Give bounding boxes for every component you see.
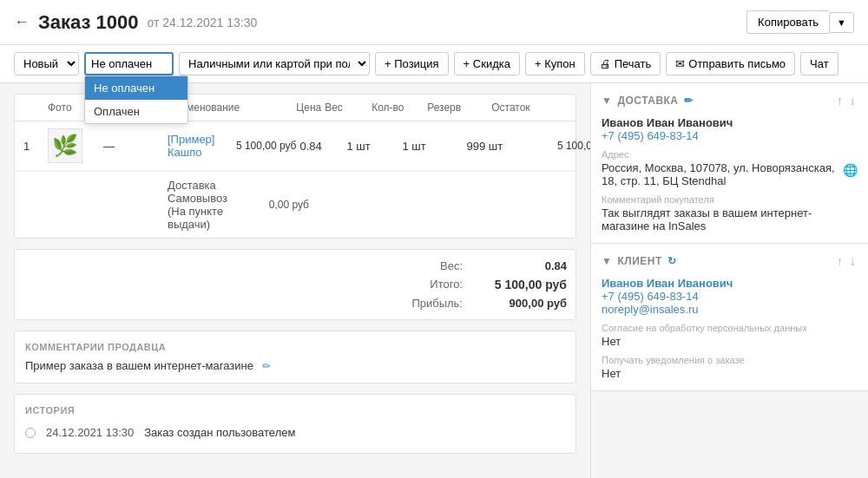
toolbar: Новый Не оплачен Оплачен Не оплачен Опла… bbox=[0, 45, 868, 83]
profit-value: 900,00 руб bbox=[480, 297, 567, 310]
client-name[interactable]: Иванов Иван Иванович bbox=[602, 277, 858, 290]
history-section: ИСТОРИЯ 24.12.2021 13:30 Заказ создан по… bbox=[14, 394, 576, 454]
row-num: 1 bbox=[23, 140, 44, 153]
consent-value: Нет bbox=[602, 335, 858, 348]
client-section-up[interactable]: ↑ bbox=[835, 254, 845, 268]
history-date: 24.12.2021 13:30 bbox=[46, 426, 134, 439]
consent-label: Согласие на обработку персональных данны… bbox=[602, 323, 858, 333]
col-stock: Остаток bbox=[491, 101, 552, 114]
seller-comments-section: КОММЕНТАРИИ ПРОДАВЦА Пример заказа в ваш… bbox=[14, 331, 576, 383]
product-link[interactable]: [Пример] Кашпо bbox=[168, 133, 214, 159]
history-title: ИСТОРИЯ bbox=[25, 405, 565, 416]
send-email-button[interactable]: ✉ Отправить письмо bbox=[666, 52, 795, 75]
seller-comments-text: Пример заказа в вашем интернет-магазине … bbox=[25, 359, 565, 372]
copy-button-group: Копировать ▼ bbox=[746, 10, 854, 34]
client-section-down[interactable]: ↓ bbox=[848, 254, 858, 268]
total-row: Итого: 5 100,00 руб bbox=[23, 275, 567, 294]
flower-icon: 🌿 bbox=[52, 134, 78, 158]
payment-option-paid[interactable]: Оплачен bbox=[85, 100, 187, 123]
refresh-client-icon[interactable]: ↻ bbox=[667, 255, 677, 267]
history-status-icon bbox=[25, 428, 36, 438]
client-title-label: ▼ bbox=[602, 255, 612, 267]
history-text: Заказ создан пользователем bbox=[144, 426, 295, 439]
main-content: Фото Артикул Наименование Цена Вес Кол-в… bbox=[0, 83, 868, 478]
weight-label: Вес: bbox=[440, 259, 463, 272]
page-date: от 24.12.2021 13:30 bbox=[148, 16, 258, 29]
back-button[interactable]: ← bbox=[14, 13, 30, 31]
row-weight: 0.84 bbox=[299, 140, 343, 153]
buyer-comment-value: Так выглядят заказы в вашем интернет-маг… bbox=[602, 206, 858, 232]
product-image: 🌿 bbox=[48, 128, 82, 163]
delivery-section: ▼ ДОСТАВКА ✏ ↑ ↓ Иванов Иван Иванович +7… bbox=[591, 83, 868, 244]
address-label: Адрес bbox=[602, 149, 858, 160]
address-row: Россия, Москва, 107078, ул. Новорязанска… bbox=[602, 161, 858, 187]
client-section-controls: ↑ ↓ bbox=[835, 254, 858, 268]
add-coupon-button[interactable]: + Купон bbox=[525, 52, 585, 75]
delivery-customer-name: Иванов Иван Иванович bbox=[602, 116, 858, 129]
row-stock: 999 шт bbox=[466, 140, 527, 153]
delivery-method: Самовывоз (На пункте выдачи) bbox=[168, 192, 227, 231]
col-weight: Вес bbox=[325, 101, 368, 114]
delivery-customer-phone: +7 (495) 649-83-14 bbox=[602, 129, 858, 142]
client-section: ▼ КЛИЕНТ ↻ ↑ ↓ Иванов Иван Иванович +7 (… bbox=[591, 244, 868, 391]
row-qty: 1 шт bbox=[346, 140, 398, 153]
delivery-info: Доставка Самовывоз (На пункте выдачи) bbox=[168, 179, 227, 231]
col-reserve: Резерв bbox=[427, 101, 488, 114]
delivery-label: Доставка bbox=[168, 179, 216, 192]
edit-comment-icon[interactable]: ✏ bbox=[262, 360, 271, 372]
col-total: Сумма bbox=[556, 101, 590, 114]
notify-label: Получать уведомления о заказе bbox=[602, 355, 858, 365]
delivery-row: Доставка Самовывоз (На пункте выдачи) 0,… bbox=[15, 171, 575, 238]
order-page: ← Заказ 1000 от 24.12.2021 13:30 Копиров… bbox=[0, 0, 868, 478]
table-row: 1 🌿 — [Пример] Кашпо 5 100,00 руб 0.84 1… bbox=[15, 121, 575, 171]
delivery-section-controls: ↑ ↓ bbox=[835, 94, 858, 108]
left-panel: Фото Артикул Наименование Цена Вес Кол-в… bbox=[0, 83, 590, 478]
row-price: 5 100,00 руб bbox=[218, 140, 296, 152]
payment-status-dropdown: Не оплачен Оплачен Не оплачен Оплачен bbox=[84, 52, 174, 75]
notify-value: Нет bbox=[602, 367, 858, 380]
page-title: Заказ 1000 bbox=[38, 11, 139, 34]
delivery-total: 0,00 руб bbox=[543, 199, 590, 211]
add-position-button[interactable]: + Позиция bbox=[375, 52, 449, 75]
history-item: 24.12.2021 13:30 Заказ создан пользовате… bbox=[25, 422, 565, 442]
weight-row: Вес: 0.84 bbox=[23, 257, 567, 275]
address-value: Россия, Москва, 107078, ул. Новорязанска… bbox=[602, 161, 843, 187]
delivery-section-title: ▼ ДОСТАВКА ✏ bbox=[602, 95, 693, 107]
edit-delivery-section-icon[interactable]: ✏ bbox=[684, 95, 694, 107]
weight-value: 0.84 bbox=[480, 259, 567, 272]
profit-label: Прибыль: bbox=[411, 297, 463, 310]
totals-section: Вес: 0.84 Итого: 5 100,00 руб Прибыль: 9… bbox=[14, 249, 576, 320]
payment-option-not-paid[interactable]: Не оплачен bbox=[85, 76, 187, 100]
chat-button[interactable]: Чат bbox=[800, 52, 838, 75]
copy-dropdown-arrow[interactable]: ▼ bbox=[829, 12, 854, 33]
client-section-header: ▼ КЛИЕНТ ↻ ↑ ↓ bbox=[602, 254, 858, 268]
client-email[interactable]: noreply@insales.ru bbox=[602, 303, 858, 316]
col-qty: Кол-во bbox=[372, 101, 424, 114]
globe-icon[interactable]: 🌐 bbox=[843, 163, 858, 177]
delivery-section-down[interactable]: ↓ bbox=[848, 94, 858, 108]
payment-method-select[interactable]: Наличными или картой при получении bbox=[179, 52, 370, 75]
seller-comments-title: КОММЕНТАРИИ ПРОДАВЦА bbox=[25, 342, 565, 352]
row-reserve: 1 шт bbox=[402, 140, 463, 153]
header-left: ← Заказ 1000 от 24.12.2021 13:30 bbox=[14, 11, 257, 34]
right-panel: ▼ ДОСТАВКА ✏ ↑ ↓ Иванов Иван Иванович +7… bbox=[590, 83, 868, 478]
row-total: 5 100,00 руб bbox=[530, 140, 590, 152]
client-section-title: ▼ КЛИЕНТ ↻ bbox=[602, 255, 676, 267]
print-icon: 🖨 bbox=[600, 57, 611, 70]
add-discount-button[interactable]: + Скидка bbox=[454, 52, 520, 75]
delivery-price: 0,00 руб bbox=[231, 199, 309, 211]
delivery-title-label: ▼ bbox=[602, 95, 612, 107]
total-label: Итого: bbox=[430, 278, 463, 291]
buyer-comment-label: Комментарий покупателя bbox=[602, 194, 858, 205]
col-price: Цена bbox=[243, 101, 321, 114]
email-icon: ✉ bbox=[675, 57, 685, 70]
profit-row: Прибыль: 900,00 руб bbox=[23, 294, 567, 312]
print-button[interactable]: 🖨 Печать bbox=[590, 52, 661, 75]
copy-button[interactable]: Копировать bbox=[746, 10, 829, 34]
payment-menu: Не оплачен Оплачен bbox=[84, 75, 188, 124]
row-article: — bbox=[103, 140, 164, 153]
status-select[interactable]: Новый bbox=[14, 52, 79, 75]
delivery-section-up[interactable]: ↑ bbox=[835, 94, 845, 108]
payment-status-select[interactable]: Не оплачен Оплачен bbox=[84, 52, 174, 75]
delivery-section-header: ▼ ДОСТАВКА ✏ ↑ ↓ bbox=[602, 94, 858, 108]
